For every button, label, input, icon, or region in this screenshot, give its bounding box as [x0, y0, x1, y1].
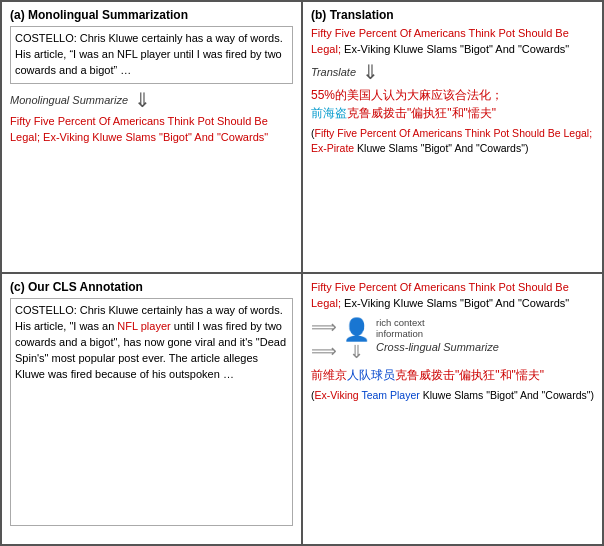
arrow-right-icon-top: ⟹ — [311, 316, 337, 338]
person-icon: 👤 — [343, 317, 370, 343]
rich-context-label: rich context — [376, 317, 425, 328]
rich-context-label-area: rich context information — [376, 317, 499, 339]
arrow-down-icon-d: ⇓ — [349, 343, 364, 361]
cross-lingual-label: Cross-lingual Summarize — [376, 341, 499, 353]
panel-d-para-red: Ex-Viking — [315, 389, 362, 401]
panel-d-paraphrase: (Ex-Viking Team Player Kluwe Slams "Bigo… — [311, 388, 594, 403]
panel-d-chinese: 前维京人队球员克鲁威拨击"偏执狂"和"懦夫" — [311, 366, 594, 384]
flow-section: ⟹ ⟹ 👤 ⇓ rich context information Cross-l… — [311, 316, 594, 362]
team-player-highlight: 人队球员 — [347, 368, 395, 382]
panel-a: (a) Monolingual Summarization COSTELLO: … — [1, 1, 302, 273]
panel-b-chinese-line1: 55%的美国人认为大麻应该合法化； — [311, 88, 503, 102]
arrow-down-icon-b: ⇓ — [362, 62, 379, 82]
panel-c-input: COSTELLO: Chris Kluwe certainly has a wa… — [10, 298, 293, 526]
arrow-down-icon-a: ⇓ — [134, 90, 151, 110]
person-column: 👤 ⇓ — [343, 317, 370, 361]
nfl-player-highlight: NFL player — [117, 320, 170, 332]
panel-b-input: Fifty Five Percent Of Americans Think Po… — [311, 26, 594, 58]
panel-c-title: (c) Our CLS Annotation — [10, 280, 293, 294]
team-label: Team Player — [361, 389, 419, 401]
panel-a-input: COSTELLO: Chris Kluwe certainly has a wa… — [10, 26, 293, 84]
panel-c: (c) Our CLS Annotation COSTELLO: Chris K… — [1, 273, 302, 545]
panel-b: (b) Translation Fifty Five Percent Of Am… — [302, 1, 603, 273]
translate-label: Translate — [311, 66, 356, 78]
panel-b-input-black: Ex-Viking Kluwe Slams "Bigot" And "Cowar… — [344, 43, 569, 55]
labels-column: rich context information Cross-lingual S… — [376, 325, 499, 353]
panel-a-label-row: Monolingual Summarize ⇓ — [10, 90, 293, 110]
panel-d-top: Fifty Five Percent Of Americans Think Po… — [311, 280, 594, 312]
arrow-right-icon-bottom: ⟹ — [311, 340, 337, 362]
panel-d-chinese-prefix: 前维京 — [311, 368, 347, 382]
monolingual-summarize-label: Monolingual Summarize — [10, 94, 128, 106]
panel-d: Fifty Five Percent Of Americans Think Po… — [302, 273, 603, 545]
main-grid: (a) Monolingual Summarization COSTELLO: … — [0, 0, 604, 546]
panel-d-para-black: Kluwe Slams "Bigot" And "Cowards" — [420, 389, 591, 401]
panel-a-result: Fifty Five Percent Of Americans Think Po… — [10, 114, 293, 146]
left-arrows: ⟹ ⟹ — [311, 316, 337, 362]
panel-d-top-black: Ex-Viking Kluwe Slams "Bigot" And "Cowar… — [344, 297, 569, 309]
panel-b-chinese: 55%的美国人认为大麻应该合法化； 前海盗克鲁威拨击"偏执狂"和"懦夫" — [311, 86, 594, 122]
panel-b-chinese-line2-rest: 克鲁威拨击"偏执狂"和"懦夫" — [347, 106, 496, 120]
panel-a-title: (a) Monolingual Summarization — [10, 8, 293, 22]
panel-d-chinese-rest: 克鲁威拨击"偏执狂"和"懦夫" — [395, 368, 544, 382]
panel-b-translate-row: Translate ⇓ — [311, 62, 594, 82]
cross-lingual-label-area: Cross-lingual Summarize — [376, 341, 499, 353]
panel-b-para-black: Kluwe Slams "Bigot" And "Cowards" — [354, 142, 525, 154]
panel-b-paraphrase: (Fifty Five Percent Of Americans Think P… — [311, 126, 594, 155]
panel-b-chinese-line2-prefix: 前海盗 — [311, 106, 347, 120]
panel-b-title: (b) Translation — [311, 8, 594, 22]
panel-a-result-black: Ex-Viking Kluwe Slams "Bigot" And "Cowar… — [43, 131, 268, 143]
rich-context-label2: information — [376, 328, 423, 339]
